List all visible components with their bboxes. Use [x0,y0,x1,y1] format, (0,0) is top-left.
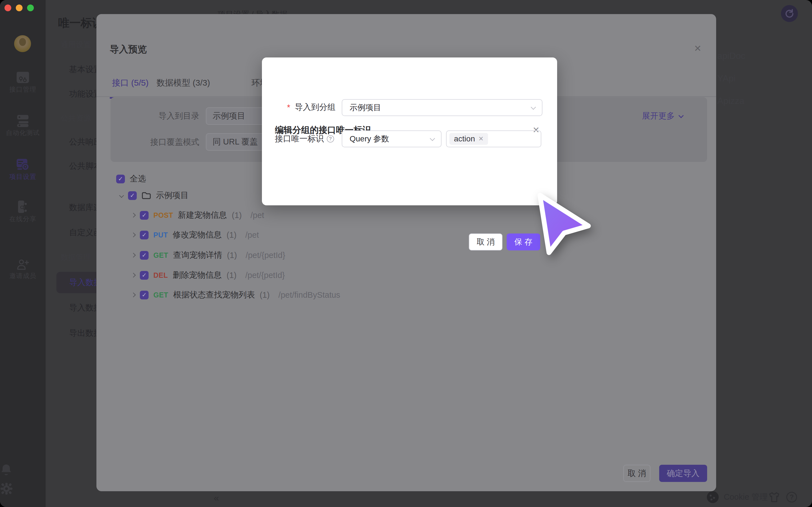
field-label-import-group: * 导入到分组 [287,102,336,113]
checkbox-checked[interactable]: ✓ [140,211,149,220]
avatar[interactable] [14,35,31,52]
checkbox-checked[interactable]: ✓ [116,175,125,183]
import-source-yapi[interactable]: YApi [717,73,735,83]
api-name: 查询宠物详情 [173,249,222,261]
sidebar-item-label: 邀请成员 [0,272,46,280]
help-icon[interactable]: ? [327,135,334,143]
api-count: (1) [260,290,269,300]
settings-button[interactable] [0,482,46,495]
method-badge: PUT [153,231,168,239]
confirm-import-label: 确定导入 [667,468,700,479]
import-group-select[interactable]: 示例项目 [342,99,543,116]
tree-row[interactable]: ✓ GET 根据状态查找宠物列表 (1) /pet/findByStatus [132,289,340,301]
checkbox-checked[interactable]: ✓ [140,231,149,239]
chevron-down-icon [530,105,536,110]
confirm-import-button[interactable]: 确定导入 [659,465,707,482]
tree-folder-row[interactable]: ✓ 示例项目 [120,189,189,202]
api-count: (1) [227,251,237,260]
traffic-minimize-button[interactable] [16,4,22,11]
method-badge: GET [153,251,168,260]
method-badge: GET [153,291,168,299]
checkbox-checked[interactable]: ✓ [140,291,149,299]
remove-tag-icon[interactable]: ✕ [478,135,484,143]
select-all-row[interactable]: ✓ 全选 [116,173,146,185]
checkbox-checked[interactable]: ✓ [140,271,149,280]
refresh-icon [784,8,795,18]
import-folder-value: 示例项目 [213,110,245,122]
api-count: (1) [227,271,237,280]
settings-menu-section: 数据管理 [61,252,91,262]
expand-more-link[interactable]: 展开更多 [642,110,682,122]
param-tag: action ✕ [449,133,488,145]
close-icon[interactable]: ✕ [694,44,702,53]
caret-collapsed-icon[interactable] [131,293,136,297]
settings-menu-section: 公共资源 [61,113,91,123]
required-asterisk: * [287,103,290,112]
expand-more-label: 展开更多 [642,110,675,122]
tab-apis[interactable]: 接口 (5/5) [112,77,149,96]
import-source-apidoc[interactable]: apiDoc [717,51,746,61]
api-path: /pet/{petId} [245,271,285,280]
caret-collapsed-icon[interactable] [131,273,136,278]
tshirt-icon [768,491,780,503]
app-window: 接口管理 自动化测试 项目设置 在线分享 [0,0,812,507]
checkbox-checked[interactable]: ✓ [128,191,137,200]
question-icon: ? [786,492,797,503]
checkbox-checked[interactable]: ✓ [140,251,149,260]
sidebar-item-online-share[interactable]: 在线分享 [0,200,46,223]
unique-id-type-select[interactable]: Query 参数 [342,130,442,147]
notifications-button[interactable] [0,463,46,476]
traffic-close-button[interactable] [4,4,11,11]
help-button[interactable]: ? [786,490,797,504]
sidebar-item-label: 项目设置 [0,172,46,181]
settings-menu-section: 通用设置 [61,40,91,50]
sidebar-item-label: 接口管理 [0,85,46,94]
tree-row[interactable]: ✓ GET 查询宠物详情 (1) /pet/{petId} [132,249,285,262]
param-tag-label: action [454,134,475,144]
mouse-cursor [534,188,599,259]
sidebar-item-api-management[interactable]: 接口管理 [0,71,46,94]
api-name: 新建宠物信息 [178,210,227,221]
chevron-down-icon [678,113,683,118]
field-label-unique-id: 接口唯一标识 ? [275,133,334,145]
tree-row[interactable]: ✓ DEL 删除宠物信息 (1) /pet/{petId} [132,269,285,281]
unique-id-params-input[interactable]: action ✕ [446,130,541,147]
api-name: 修改宠物信息 [173,229,222,240]
theme-button[interactable] [768,490,780,504]
tree-row[interactable]: ✓ POST 新建宠物信息 (1) /pet [132,209,264,221]
api-name: 删除宠物信息 [173,270,222,281]
tab-data-models[interactable]: 数据模型 (3/3) [156,77,210,96]
select-all-label: 全选 [130,173,146,184]
cancel-button[interactable]: 取 消 [623,465,651,482]
field-label: 接口覆盖模式 [126,136,199,148]
unique-id-type-value: Query 参数 [350,133,389,144]
refresh-button[interactable] [781,5,798,22]
gear-icon [0,482,46,495]
tree-row[interactable]: ✓ PUT 修改宠物信息 (1) /pet [132,229,259,241]
sidebar-item-label: 自动化测试 [0,128,46,137]
api-path: /pet [245,230,259,240]
import-source-apizza[interactable]: Apizza [717,96,744,106]
edit-identity-dialog: 编辑分组的接口唯一标识 ✕ * 导入到分组 示例项目 接口唯一标识 ? Quer… [262,57,557,205]
invite-member-icon [16,259,30,270]
sidebar-item-automation[interactable]: 自动化测试 [0,114,46,137]
chevron-down-icon [430,136,435,141]
collapse-sidebar-button[interactable]: « [214,492,219,503]
import-group-value: 示例项目 [350,102,381,113]
traffic-zoom-button[interactable] [27,4,34,11]
sidebar-item-invite-members[interactable]: 邀请成员 [0,259,46,280]
caret-collapsed-icon[interactable] [131,233,136,237]
api-path: /pet/{petId} [246,251,285,260]
cookie-manager[interactable]: Cookie 管理 [707,490,768,504]
project-settings-icon [16,158,30,171]
api-path: /pet/findByStatus [278,290,340,300]
caret-expanded-icon[interactable] [119,193,124,198]
dialog-save-label: 保 存 [515,237,532,247]
caret-collapsed-icon[interactable] [131,253,136,258]
dialog-cancel-button[interactable]: 取 消 [469,233,502,250]
api-path: /pet [251,211,264,220]
dialog-cancel-label: 取 消 [477,237,495,247]
cookie-icon [707,491,719,503]
sidebar-item-project-settings[interactable]: 项目设置 [0,158,46,181]
caret-collapsed-icon[interactable] [131,213,136,218]
